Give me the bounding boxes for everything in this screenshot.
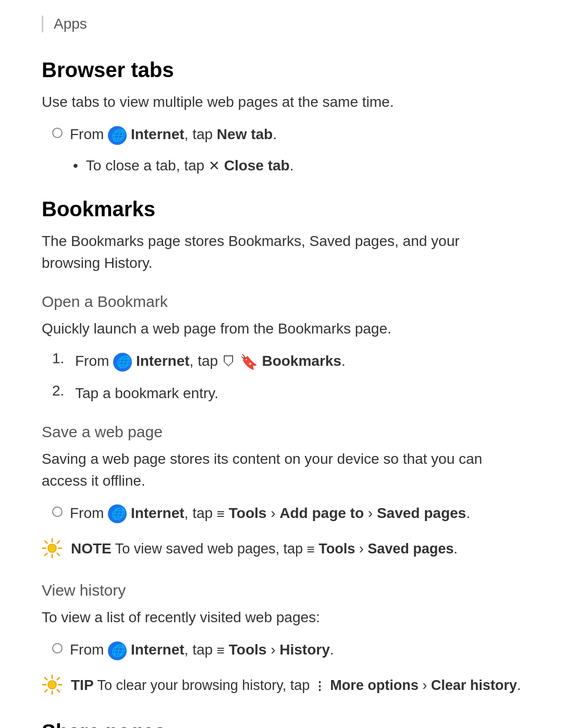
- tip-text: TIP To clear your browsing history, tap …: [71, 674, 521, 696]
- breadcrumb: Apps: [42, 16, 521, 32]
- browser-tabs-heading: Browser tabs: [42, 58, 521, 82]
- view-history-step1-text: From 🌐 Internet, tap ≡ Tools › History.: [70, 639, 334, 661]
- share-pages-heading: Share pages: [42, 720, 521, 728]
- view-history-description: To view a list of recently visited web p…: [42, 607, 521, 628]
- internet-icon: 🌐: [108, 504, 127, 523]
- internet-icon: 🌐: [108, 126, 127, 145]
- open-bookmark-step2: 2. Tap a bookmark entry.: [52, 382, 521, 404]
- open-bookmark-description: Quickly launch a web page from the Bookm…: [42, 318, 521, 340]
- share-pages-section: Share pages Web pages can be shared with…: [42, 720, 521, 728]
- svg-point-0: [48, 544, 56, 552]
- bookmarks-section: Bookmarks The Bookmarks page stores Book…: [42, 198, 521, 699]
- svg-line-5: [45, 541, 47, 543]
- svg-line-15: [57, 690, 59, 692]
- browser-tabs-step1: From 🌐 Internet, tap New tab.: [52, 124, 521, 145]
- open-bookmark-heading: Open a Bookmark: [42, 293, 521, 311]
- note-text: NOTE To view saved web pages, tap ≡ Tool…: [71, 538, 458, 560]
- svg-point-9: [48, 681, 56, 689]
- open-bookmark-subsection: Open a Bookmark Quickly launch a web pag…: [42, 293, 521, 404]
- svg-line-16: [57, 677, 59, 680]
- browser-tabs-substep1: • To close a tab, tap ✕ Close tab.: [73, 155, 521, 177]
- step-num-2: 2.: [52, 382, 68, 399]
- open-bookmark-step2-text: Tap a bookmark entry.: [75, 382, 218, 404]
- save-web-page-step1-text: From 🌐 Internet, tap ≡ Tools › Add page …: [70, 502, 470, 524]
- svg-line-6: [57, 553, 59, 555]
- circle-bullet-icon: [52, 643, 63, 653]
- open-bookmark-step1: 1. From 🌐 Internet, tap ⛉ 🔖 Bookmarks.: [52, 350, 521, 373]
- breadcrumb-text: Apps: [54, 16, 87, 32]
- bookmarks-description: The Bookmarks page stores Bookmarks, Sav…: [42, 230, 521, 274]
- save-web-page-step1: From 🌐 Internet, tap ≡ Tools › Add page …: [52, 502, 521, 524]
- svg-line-14: [45, 677, 47, 680]
- svg-line-8: [45, 553, 47, 555]
- browser-tabs-section: Browser tabs Use tabs to view multiple w…: [42, 58, 521, 177]
- internet-icon: 🌐: [108, 641, 127, 660]
- open-bookmark-step1-text: From 🌐 Internet, tap ⛉ 🔖 Bookmarks.: [75, 350, 346, 373]
- view-history-heading: View history: [42, 582, 521, 599]
- browser-tabs-step1-text: From 🌐 Internet, tap New tab.: [70, 124, 277, 145]
- note-icon: [42, 538, 63, 559]
- browser-tabs-substep1-text: • To close a tab, tap ✕ Close tab.: [73, 155, 293, 177]
- save-web-page-subsection: Save a web page Saving a web page stores…: [42, 423, 521, 563]
- browser-tabs-description: Use tabs to view multiple web pages at t…: [42, 91, 521, 113]
- view-history-tip: TIP To clear your browsing history, tap …: [42, 671, 521, 699]
- view-history-step1: From 🌐 Internet, tap ≡ Tools › History.: [52, 639, 521, 661]
- save-web-page-note: NOTE To view saved web pages, tap ≡ Tool…: [42, 535, 521, 563]
- step-num-1: 1.: [52, 350, 68, 367]
- svg-line-17: [45, 690, 47, 692]
- bookmarks-heading: Bookmarks: [42, 198, 521, 221]
- save-web-page-heading: Save a web page: [42, 423, 521, 441]
- view-history-subsection: View history To view a list of recently …: [42, 582, 521, 699]
- svg-line-7: [57, 541, 59, 543]
- save-web-page-description: Saving a web page stores its content on …: [42, 448, 521, 492]
- internet-icon: 🌐: [113, 353, 132, 372]
- tip-icon: [42, 674, 63, 695]
- circle-bullet-icon: [52, 128, 63, 138]
- circle-bullet-icon: [52, 507, 63, 517]
